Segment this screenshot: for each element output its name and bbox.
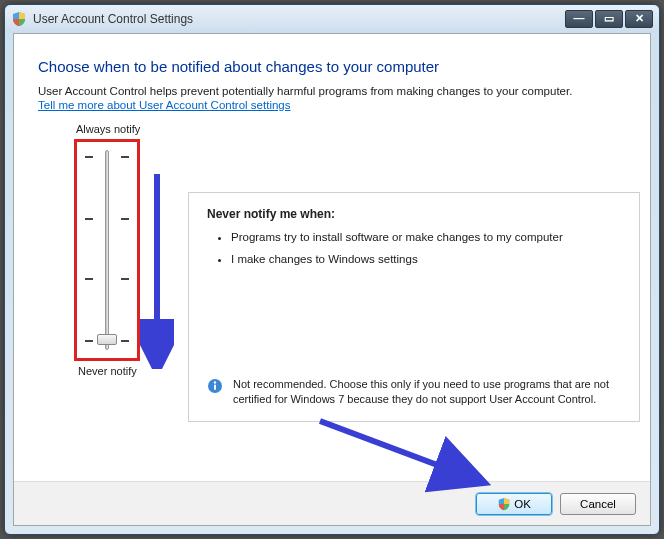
- tick: [121, 218, 129, 220]
- tick: [85, 156, 93, 158]
- subtext-line: User Account Control helps prevent poten…: [38, 85, 572, 97]
- cancel-button[interactable]: Cancel: [560, 493, 636, 515]
- minimize-button[interactable]: —: [565, 10, 593, 28]
- bullet-item: Programs try to install software or make…: [231, 231, 621, 243]
- help-link[interactable]: Tell me more about User Account Control …: [38, 99, 290, 111]
- shield-icon: [11, 11, 27, 27]
- uac-settings-window: User Account Control Settings — ▭ ✕ Choo…: [4, 4, 660, 535]
- info-icon: [207, 378, 223, 394]
- tick: [85, 340, 93, 342]
- client-area: Choose when to be notified about changes…: [13, 33, 651, 526]
- page-heading: Choose when to be notified about changes…: [14, 34, 650, 85]
- tick: [121, 156, 129, 158]
- footer: OK Cancel: [14, 481, 650, 525]
- window-title: User Account Control Settings: [33, 12, 193, 26]
- titlebar[interactable]: User Account Control Settings — ▭ ✕: [5, 5, 659, 33]
- slider-label-top: Always notify: [76, 123, 626, 135]
- tick: [85, 278, 93, 280]
- tick: [121, 340, 129, 342]
- tick: [85, 218, 93, 220]
- svg-rect-2: [214, 385, 216, 391]
- maximize-button[interactable]: ▭: [595, 10, 623, 28]
- info-row: Not recommended. Choose this only if you…: [207, 377, 621, 407]
- panel-title: Never notify me when:: [207, 207, 621, 221]
- cancel-label: Cancel: [580, 498, 616, 510]
- uac-slider[interactable]: [74, 139, 140, 361]
- info-text: Not recommended. Choose this only if you…: [233, 377, 621, 407]
- ok-button[interactable]: OK: [476, 493, 552, 515]
- description-panel: Never notify me when: Programs try to in…: [188, 192, 640, 422]
- page-subtext: User Account Control helps prevent poten…: [14, 85, 650, 111]
- window-buttons: — ▭ ✕: [565, 10, 653, 28]
- slider-thumb[interactable]: [97, 334, 117, 345]
- panel-bullets: Programs try to install software or make…: [231, 231, 621, 265]
- tick: [121, 278, 129, 280]
- slider-track: [105, 150, 109, 350]
- close-button[interactable]: ✕: [625, 10, 653, 28]
- svg-point-1: [214, 382, 216, 384]
- ok-label: OK: [514, 498, 531, 510]
- bullet-item: I make changes to Windows settings: [231, 253, 621, 265]
- shield-icon: [497, 497, 511, 511]
